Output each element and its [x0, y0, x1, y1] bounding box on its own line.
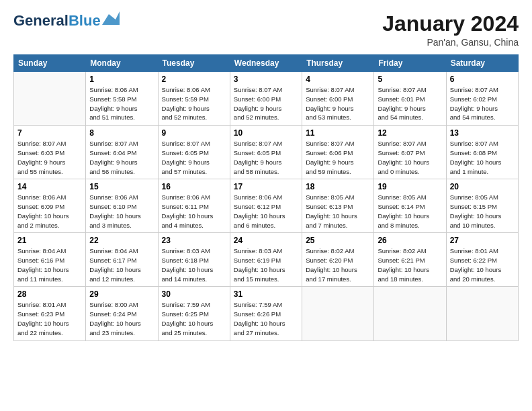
weekday-header-friday: Friday: [374, 55, 446, 72]
weekday-header-wednesday: Wednesday: [230, 55, 302, 72]
calendar-week-5: 28Sunrise: 8:01 AMSunset: 6:23 PMDayligh…: [14, 287, 519, 340]
location: Pan'an, Gansu, China: [382, 37, 519, 48]
day-info: Sunrise: 8:05 AMSunset: 6:13 PMDaylight:…: [306, 193, 370, 230]
calendar-cell: 1Sunrise: 8:06 AMSunset: 5:58 PMDaylight…: [86, 72, 158, 126]
day-number: 26: [378, 236, 442, 245]
logo: GeneralBlue: [13, 12, 120, 29]
logo-text: GeneralBlue: [13, 12, 101, 29]
day-info: Sunrise: 8:06 AMSunset: 6:11 PMDaylight:…: [162, 193, 226, 230]
calendar-cell: 9Sunrise: 8:07 AMSunset: 6:05 PMDaylight…: [158, 126, 230, 179]
day-info: Sunrise: 8:07 AMSunset: 6:02 PMDaylight:…: [450, 85, 515, 122]
calendar-cell: 20Sunrise: 8:05 AMSunset: 6:15 PMDayligh…: [446, 179, 518, 233]
day-info: Sunrise: 8:04 AMSunset: 6:16 PMDaylight:…: [17, 246, 82, 283]
day-number: 6: [450, 75, 515, 84]
calendar-cell: 17Sunrise: 8:06 AMSunset: 6:12 PMDayligh…: [230, 179, 302, 233]
day-info: Sunrise: 8:05 AMSunset: 6:15 PMDaylight:…: [450, 193, 515, 230]
day-number: 3: [234, 75, 298, 84]
calendar-cell: 6Sunrise: 8:07 AMSunset: 6:02 PMDaylight…: [446, 72, 518, 126]
day-info: Sunrise: 8:06 AMSunset: 6:09 PMDaylight:…: [17, 193, 82, 230]
day-info: Sunrise: 8:05 AMSunset: 6:14 PMDaylight:…: [378, 193, 442, 230]
day-info: Sunrise: 8:06 AMSunset: 5:59 PMDaylight:…: [162, 85, 226, 122]
day-number: 14: [17, 182, 82, 191]
day-info: Sunrise: 8:07 AMSunset: 6:07 PMDaylight:…: [378, 139, 442, 176]
calendar-cell: 27Sunrise: 8:01 AMSunset: 6:22 PMDayligh…: [446, 233, 518, 287]
calendar-cell: 22Sunrise: 8:04 AMSunset: 6:17 PMDayligh…: [86, 233, 158, 287]
title-block: January 2024 Pan'an, Gansu, China: [382, 12, 519, 48]
day-number: 1: [89, 75, 154, 84]
day-number: 28: [17, 289, 82, 299]
calendar-cell: 3Sunrise: 8:07 AMSunset: 6:00 PMDaylight…: [230, 72, 302, 126]
day-number: 20: [450, 182, 515, 191]
calendar-cell: 19Sunrise: 8:05 AMSunset: 6:14 PMDayligh…: [374, 179, 446, 233]
day-info: Sunrise: 7:59 AMSunset: 6:26 PMDaylight:…: [234, 300, 298, 337]
svg-marker-0: [102, 11, 120, 25]
calendar-cell: 29Sunrise: 8:00 AMSunset: 6:24 PMDayligh…: [86, 287, 158, 340]
calendar-cell: 23Sunrise: 8:03 AMSunset: 6:18 PMDayligh…: [158, 233, 230, 287]
day-info: Sunrise: 8:07 AMSunset: 6:05 PMDaylight:…: [162, 139, 226, 176]
day-info: Sunrise: 8:07 AMSunset: 6:05 PMDaylight:…: [234, 139, 298, 176]
calendar-cell: 11Sunrise: 8:07 AMSunset: 6:06 PMDayligh…: [302, 126, 374, 179]
day-number: 22: [89, 236, 154, 245]
calendar-cell: 18Sunrise: 8:05 AMSunset: 6:13 PMDayligh…: [302, 179, 374, 233]
day-info: Sunrise: 8:07 AMSunset: 6:04 PMDaylight:…: [89, 139, 154, 176]
weekday-header-tuesday: Tuesday: [158, 55, 230, 72]
calendar-cell: 31Sunrise: 7:59 AMSunset: 6:26 PMDayligh…: [230, 287, 302, 340]
calendar-cell: 12Sunrise: 8:07 AMSunset: 6:07 PMDayligh…: [374, 126, 446, 179]
calendar-cell: 2Sunrise: 8:06 AMSunset: 5:59 PMDaylight…: [158, 72, 230, 126]
calendar-cell: 5Sunrise: 8:07 AMSunset: 6:01 PMDaylight…: [374, 72, 446, 126]
weekday-header-sunday: Sunday: [14, 55, 86, 72]
calendar-cell: 28Sunrise: 8:01 AMSunset: 6:23 PMDayligh…: [14, 287, 86, 340]
calendar-cell: [446, 287, 518, 340]
page: GeneralBlue January 2024 Pan'an, Gansu, …: [0, 0, 532, 411]
day-number: 16: [162, 182, 226, 191]
day-info: Sunrise: 8:07 AMSunset: 6:03 PMDaylight:…: [17, 139, 82, 176]
calendar-cell: 13Sunrise: 8:07 AMSunset: 6:08 PMDayligh…: [446, 126, 518, 179]
day-info: Sunrise: 8:07 AMSunset: 6:00 PMDaylight:…: [306, 85, 370, 122]
day-number: 4: [306, 75, 370, 84]
day-number: 12: [378, 128, 442, 138]
day-number: 17: [234, 182, 298, 191]
day-number: 9: [162, 128, 226, 138]
day-number: 7: [17, 128, 82, 138]
day-info: Sunrise: 8:07 AMSunset: 6:08 PMDaylight:…: [450, 139, 515, 176]
day-info: Sunrise: 8:07 AMSunset: 6:00 PMDaylight:…: [234, 85, 298, 122]
day-number: 21: [17, 236, 82, 245]
day-info: Sunrise: 8:06 AMSunset: 6:10 PMDaylight:…: [89, 193, 154, 230]
calendar-week-1: 1Sunrise: 8:06 AMSunset: 5:58 PMDaylight…: [14, 72, 519, 126]
day-info: Sunrise: 8:07 AMSunset: 6:01 PMDaylight:…: [378, 85, 442, 122]
day-info: Sunrise: 8:03 AMSunset: 6:18 PMDaylight:…: [162, 246, 226, 283]
header: GeneralBlue January 2024 Pan'an, Gansu, …: [13, 12, 519, 48]
day-number: 24: [234, 236, 298, 245]
calendar-cell: 4Sunrise: 8:07 AMSunset: 6:00 PMDaylight…: [302, 72, 374, 126]
day-info: Sunrise: 8:03 AMSunset: 6:19 PMDaylight:…: [234, 246, 298, 283]
day-number: 18: [306, 182, 370, 191]
calendar-cell: 30Sunrise: 7:59 AMSunset: 6:25 PMDayligh…: [158, 287, 230, 340]
day-number: 10: [234, 128, 298, 138]
calendar-cell: [302, 287, 374, 340]
calendar-cell: 10Sunrise: 8:07 AMSunset: 6:05 PMDayligh…: [230, 126, 302, 179]
calendar-cell: 16Sunrise: 8:06 AMSunset: 6:11 PMDayligh…: [158, 179, 230, 233]
day-number: 29: [89, 289, 154, 299]
calendar-table: SundayMondayTuesdayWednesdayThursdayFrid…: [13, 54, 519, 340]
day-number: 15: [89, 182, 154, 191]
calendar-cell: [14, 72, 86, 126]
weekday-header-thursday: Thursday: [302, 55, 374, 72]
day-info: Sunrise: 8:06 AMSunset: 5:58 PMDaylight:…: [89, 85, 154, 122]
calendar-week-3: 14Sunrise: 8:06 AMSunset: 6:09 PMDayligh…: [14, 179, 519, 233]
calendar-week-2: 7Sunrise: 8:07 AMSunset: 6:03 PMDaylight…: [14, 126, 519, 179]
calendar-cell: 8Sunrise: 8:07 AMSunset: 6:04 PMDaylight…: [86, 126, 158, 179]
day-number: 25: [306, 236, 370, 245]
day-number: 2: [162, 75, 226, 84]
day-info: Sunrise: 8:01 AMSunset: 6:22 PMDaylight:…: [450, 246, 515, 283]
weekday-header-saturday: Saturday: [446, 55, 518, 72]
day-number: 19: [378, 182, 442, 191]
day-number: 13: [450, 128, 515, 138]
calendar-cell: 15Sunrise: 8:06 AMSunset: 6:10 PMDayligh…: [86, 179, 158, 233]
day-info: Sunrise: 8:02 AMSunset: 6:20 PMDaylight:…: [306, 246, 370, 283]
calendar-cell: [374, 287, 446, 340]
day-number: 31: [234, 289, 298, 299]
calendar-cell: 25Sunrise: 8:02 AMSunset: 6:20 PMDayligh…: [302, 233, 374, 287]
logo-icon: [102, 11, 120, 28]
day-info: Sunrise: 8:00 AMSunset: 6:24 PMDaylight:…: [89, 300, 154, 337]
day-number: 30: [162, 289, 226, 299]
